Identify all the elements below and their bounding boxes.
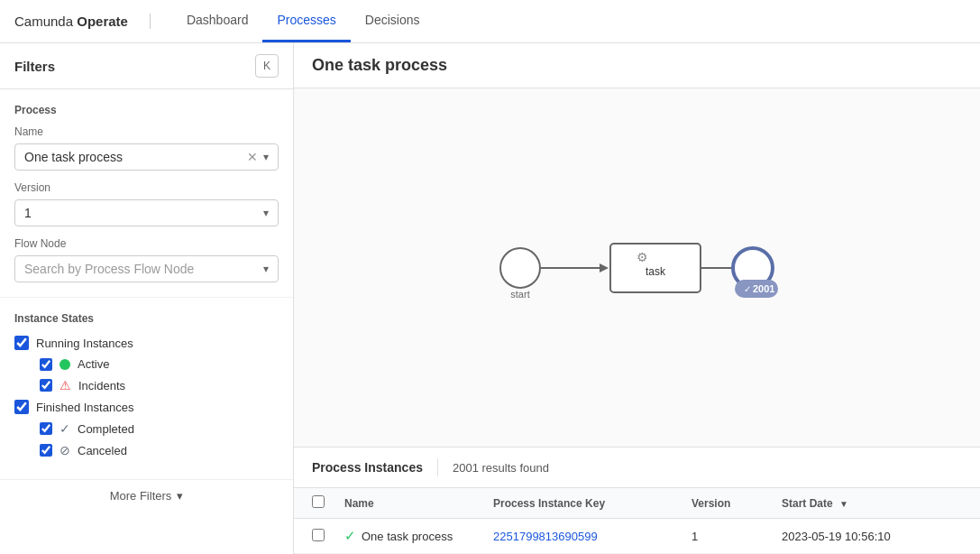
header-version: Version [691, 497, 782, 510]
sidebar: Filters K Process Name One task process … [0, 43, 294, 554]
process-title-bar: One task process [294, 43, 980, 88]
brand-logo: Camunda Operate [14, 14, 151, 29]
row-key-cell: 2251799813690599 [493, 530, 691, 543]
canceled-item: ⊘ Canceled [40, 443, 279, 457]
more-filters-label: More Filters [110, 489, 172, 503]
clear-process-button[interactable]: ✕ [245, 150, 260, 164]
flow-node-chevron-icon: ▾ [263, 263, 269, 275]
row-version: 1 [691, 530, 782, 543]
more-filters-chevron-icon: ▾ [177, 489, 183, 503]
row-start-date: 2023-05-19 10:56:10 [782, 530, 962, 543]
process-section: Process Name One task process ✕ ▾ Versio… [0, 89, 293, 298]
row-key-link[interactable]: 2251799813690599 [493, 530, 598, 543]
name-field-label: Name [14, 125, 279, 138]
nav-tab-dashboard[interactable]: Dashboard [172, 0, 263, 42]
active-item: Active [40, 357, 279, 371]
incidents-label: Incidents [78, 379, 125, 392]
incidents-warning-icon: ⚠ [60, 378, 71, 392]
flow-node-placeholder: Search by Process Flow Node [24, 262, 194, 276]
instance-states-section: Instance States Running Instances Active… [0, 298, 293, 479]
row-status-icon: ✓ [344, 528, 356, 544]
header-key: Process Instance Key [493, 497, 691, 510]
row-name-cell: ✓ One task process [344, 528, 493, 544]
finished-instances-item: Finished Instances [14, 400, 279, 414]
version-value: 1 [24, 206, 32, 220]
running-instances-item: Running Instances [14, 336, 279, 350]
completed-checkbox[interactable] [40, 422, 52, 435]
sidebar-header: Filters K [0, 43, 293, 89]
bpmn-svg: ⚙ task ✓ 2001 start [466, 196, 809, 340]
finished-instances-label: Finished Instances [36, 401, 133, 414]
canceled-slash-icon: ⊘ [60, 443, 70, 457]
version-chevron-icon: ▾ [263, 207, 269, 219]
process-name-select[interactable]: One task process ✕ ▾ [14, 143, 279, 171]
badge-check-icon: ✓ [744, 284, 751, 294]
version-field-label: Version [14, 181, 279, 194]
more-filters-button[interactable]: More Filters ▾ [0, 479, 293, 512]
count-badge: 2001 [753, 283, 774, 294]
start-label: start [510, 289, 529, 300]
instances-section: Process Instances 2001 results found Nam… [294, 448, 980, 554]
main-nav: Dashboard Processes Decisions [172, 0, 435, 42]
bpmn-diagram: ⚙ task ✓ 2001 start [294, 88, 980, 448]
task-gear-icon: ⚙ [636, 250, 647, 264]
task-label: task [645, 265, 665, 278]
process-section-label: Process [14, 104, 279, 116]
sort-icon: ▼ [839, 499, 848, 509]
completed-item: ✓ Completed [40, 421, 279, 436]
flow-node-field-label: Flow Node [14, 237, 279, 250]
sidebar-collapse-button[interactable]: K [255, 54, 279, 78]
completed-label: Completed [78, 422, 134, 436]
nav-tab-decisions[interactable]: Decisions [351, 0, 435, 42]
instance-states-title: Instance States [14, 312, 279, 325]
main-content: One task process ⚙ task [294, 43, 980, 554]
header-name: Name [344, 497, 493, 510]
filters-title: Filters [14, 59, 55, 74]
nav-tab-processes[interactable]: Processes [262, 0, 350, 42]
instances-title: Process Instances [312, 460, 423, 475]
running-instances-checkbox[interactable] [14, 336, 29, 350]
canceled-label: Canceled [78, 444, 127, 457]
table-header: Name Process Instance Key Version Start … [294, 488, 980, 519]
finished-instances-checkbox[interactable] [14, 400, 29, 414]
chevron-down-icon: ▾ [263, 151, 269, 163]
header-start-date: Start Date ▼ [782, 497, 962, 510]
canceled-checkbox[interactable] [40, 444, 52, 457]
select-all-checkbox[interactable] [312, 495, 325, 508]
active-checkbox[interactable] [40, 358, 52, 371]
flow-node-select[interactable]: Search by Process Flow Node ▾ [14, 255, 279, 282]
incidents-item: ⚠ Incidents [40, 378, 279, 392]
row-checkbox-cell [312, 529, 344, 544]
header-divider [437, 458, 438, 476]
incidents-checkbox[interactable] [40, 379, 52, 392]
instances-header: Process Instances 2001 results found [294, 448, 980, 488]
app-header: Camunda Operate Dashboard Processes Deci… [0, 0, 980, 43]
completed-check-icon: ✓ [60, 421, 70, 436]
table-row: ✓ One task process 2251799813690599 1 20… [294, 519, 980, 554]
instances-count: 2001 results found [453, 461, 549, 475]
main-layout: Filters K Process Name One task process … [0, 43, 980, 554]
version-select[interactable]: 1 ▾ [14, 199, 279, 226]
active-label: Active [78, 357, 109, 371]
arrow-head-1 [600, 263, 609, 272]
active-dot-icon [60, 359, 70, 370]
process-name-value: One task process [24, 150, 123, 164]
start-event [500, 248, 540, 288]
header-checkbox-cell [312, 495, 344, 511]
row-name: One task process [362, 530, 453, 543]
running-instances-label: Running Instances [36, 337, 133, 350]
process-title: One task process [312, 56, 962, 75]
row-checkbox[interactable] [312, 529, 325, 541]
